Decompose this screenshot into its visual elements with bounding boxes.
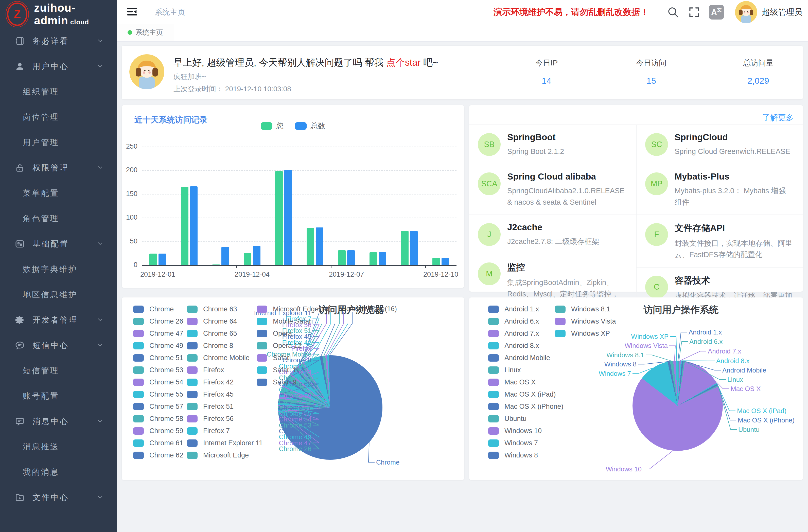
legend-item-Windows 10[interactable]: Windows 10 — [488, 427, 542, 435]
legend-item-Android 8.x[interactable]: Android 8.x — [488, 342, 539, 350]
language-icon[interactable]: A文 — [709, 5, 724, 20]
callout-Android 7.x: Android 7.x — [708, 347, 741, 355]
sidebar-item-12[interactable]: 短信中心 — [0, 333, 117, 358]
search-icon[interactable] — [666, 5, 680, 19]
legend-item-Chrome 65[interactable]: Chrome 65 — [187, 330, 237, 337]
legend-item-Firefox 7[interactable]: Firefox 7 — [187, 427, 230, 435]
legend-item-Chrome 59[interactable]: Chrome 59 — [133, 427, 183, 435]
legend-item-Chrome 51[interactable]: Chrome 51 — [133, 354, 183, 362]
sidebar-item-6[interactable]: 菜单配置 — [0, 181, 117, 206]
sidebar-item-13[interactable]: 短信管理 — [0, 358, 117, 383]
legend-item-Windows 7[interactable]: Windows 7 — [488, 439, 538, 447]
pie-leader-line — [324, 312, 339, 356]
greeting-subtitle: 疯狂加班~ — [173, 72, 206, 82]
tab-bar: 系统主页 — [117, 24, 808, 41]
pie-leader-line — [646, 355, 672, 361]
legend-item-Chrome 63[interactable]: Chrome 63 — [187, 305, 237, 313]
legend-item-Microsoft Edge[interactable]: Microsoft Edge — [187, 451, 249, 459]
sidebar-item-17[interactable]: 我的消息 — [0, 459, 117, 485]
tech-item-title: Spring Cloud alibaba — [507, 171, 626, 182]
legend-item-Chrome 53[interactable]: Chrome 53 — [133, 366, 183, 374]
legend-item-Chrome 64[interactable]: Chrome 64 — [187, 317, 237, 325]
legend-label: Chrome 51 — [149, 354, 183, 362]
pie-leader-line — [680, 351, 706, 361]
stat-today-ip: 今日IP14 — [509, 58, 585, 86]
tech-badge: SB — [478, 133, 501, 156]
legend-label: Windows 10 — [504, 427, 542, 435]
legend-item-Firefox 51[interactable]: Firefox 51 — [187, 403, 234, 410]
legend-item-Android Mobile[interactable]: Android Mobile — [488, 354, 550, 362]
legend-item-Safari[interactable]: Safari — [257, 354, 291, 362]
legend-item-Internet Explorer 11[interactable]: Internet Explorer 11 — [187, 439, 263, 447]
callout-Windows 8.1: Windows 8.1 — [606, 351, 644, 359]
sidebar-item-7[interactable]: 角色管理 — [0, 206, 117, 231]
legend-item-Opera[interactable]: Opera — [257, 330, 292, 337]
legend-item-Chrome 26[interactable]: Chrome 26 — [133, 317, 183, 325]
sidebar-collapse-icon[interactable] — [126, 6, 138, 19]
legend-item-Linux[interactable]: Linux — [488, 366, 521, 374]
legend-item-Safari 9[interactable]: Safari 9 — [257, 378, 296, 386]
sidebar-item-10[interactable]: 地区信息维护 — [0, 282, 117, 307]
sidebar-item-14[interactable]: 账号配置 — [0, 383, 117, 409]
sidebar-item-0[interactable]: 务必详看 — [0, 29, 117, 54]
legend-item-Chrome 8[interactable]: Chrome 8 — [187, 342, 233, 350]
tab-home[interactable]: 系统主页 — [117, 24, 174, 41]
legend-label: Chrome 64 — [203, 317, 237, 325]
legend-item-Chrome 58[interactable]: Chrome 58 — [133, 415, 183, 423]
legend-item-Chrome 47[interactable]: Chrome 47 — [133, 330, 183, 337]
legend-item-Android 6.x[interactable]: Android 6.x — [488, 317, 539, 325]
sidebar-item-16[interactable]: 消息推送 — [0, 434, 117, 459]
legend-item-Safari 11[interactable]: Safari 11 — [257, 366, 300, 374]
sidebar-item-5[interactable]: 权限管理 — [0, 155, 117, 181]
sidebar-item-1[interactable]: 用户中心 — [0, 54, 117, 79]
x-axis-tick — [425, 265, 426, 268]
star-link[interactable]: 点个star — [386, 57, 421, 68]
legend-item-Mac OS X (iPad)[interactable]: Mac OS X (iPad) — [488, 390, 556, 398]
sidebar-item-18[interactable]: 文件中心 — [0, 485, 117, 510]
sidebar-item-11[interactable]: 开发者管理 — [0, 307, 117, 333]
legend-item-Chrome 55[interactable]: Chrome 55 — [133, 390, 183, 398]
learn-more-link[interactable]: 了解更多 — [763, 112, 794, 123]
legend-item-Chrome 61[interactable]: Chrome 61 — [133, 439, 183, 447]
legend-item-Firefox 42[interactable]: Firefox 42 — [187, 378, 234, 386]
legend-item-总数[interactable]: 总数 — [295, 121, 325, 131]
legend-label: Chrome 8 — [203, 342, 233, 350]
chevron-down-icon — [97, 418, 104, 425]
bar-您-2019-12-01 — [149, 254, 157, 265]
legend-item-Firefox[interactable]: Firefox — [187, 366, 224, 374]
sidebar-item-3[interactable]: 岗位管理 — [0, 105, 117, 130]
legend-item-Windows XP[interactable]: Windows XP — [555, 330, 610, 337]
legend-item-Windows Vista[interactable]: Windows Vista — [555, 317, 616, 325]
legend-item-Chrome 54[interactable]: Chrome 54 — [133, 378, 183, 386]
legend-swatch — [261, 122, 272, 130]
legend-item-Chrome 57[interactable]: Chrome 57 — [133, 403, 183, 410]
legend-item-Mac OS X (iPhone)[interactable]: Mac OS X (iPhone) — [488, 403, 564, 410]
legend-item-Mac OS X[interactable]: Mac OS X — [488, 378, 536, 386]
legend-item-Firefox 45[interactable]: Firefox 45 — [187, 390, 234, 398]
sidebar-item-9[interactable]: 数据字典维护 — [0, 257, 117, 282]
legend-item-Chrome 49[interactable]: Chrome 49 — [133, 342, 183, 350]
sidebar-item-label: 基础配置 — [33, 239, 69, 249]
fullscreen-icon[interactable] — [688, 6, 700, 19]
sidebar-item-15[interactable]: 消息中心 — [0, 409, 117, 434]
avatar[interactable] — [735, 1, 757, 23]
sidebar-item-label: 短信管理 — [23, 365, 59, 376]
sidebar-item-2[interactable]: 组织管理 — [0, 79, 117, 105]
legend-item-Mobile Safari[interactable]: Mobile Safari — [257, 317, 313, 325]
legend-item-Opera 12[interactable]: Opera 12 — [257, 342, 301, 350]
legend-item-Android 7.x[interactable]: Android 7.x — [488, 330, 539, 337]
current-user-name[interactable]: 超级管理员 — [762, 6, 803, 18]
legend-item-Firefox 56[interactable]: Firefox 56 — [187, 415, 234, 423]
legend-item-Chrome[interactable]: Chrome — [133, 305, 174, 313]
legend-item-Chrome Mobile[interactable]: Chrome Mobile — [187, 354, 250, 362]
legend-label: Internet Explorer 11 — [203, 439, 263, 447]
tech-badge: MP — [645, 172, 668, 195]
legend-item-Android 1.x[interactable]: Android 1.x — [488, 305, 539, 313]
legend-item-Ubuntu[interactable]: Ubuntu — [488, 415, 527, 423]
legend-item-您[interactable]: 您 — [261, 121, 284, 131]
sidebar-item-4[interactable]: 用户管理 — [0, 130, 117, 155]
legend-item-Chrome 62[interactable]: Chrome 62 — [133, 451, 183, 459]
legend-item-Windows 8.1[interactable]: Windows 8.1 — [555, 305, 610, 313]
sidebar-item-8[interactable]: 基础配置 — [0, 231, 117, 257]
legend-item-Windows 8[interactable]: Windows 8 — [488, 451, 538, 459]
